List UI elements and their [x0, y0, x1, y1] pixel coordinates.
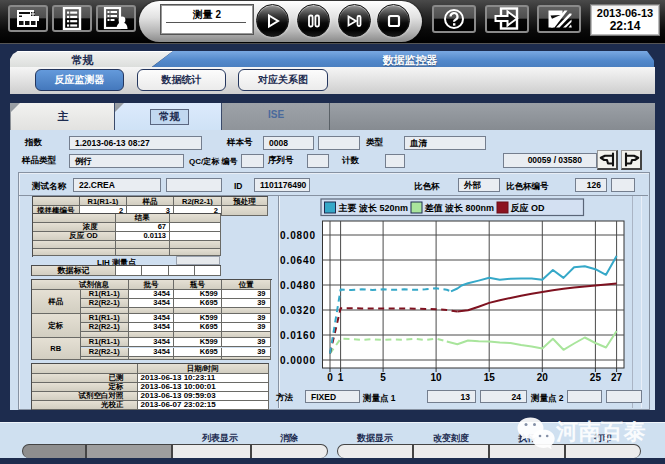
svg-text:0.0480: 0.0480 [280, 280, 316, 291]
svg-text:0.0800: 0.0800 [280, 230, 316, 241]
svg-text:0.0320: 0.0320 [280, 305, 316, 316]
svg-text:15: 15 [484, 372, 496, 383]
svg-text:0: 0 [327, 372, 333, 383]
svg-text:0.0640: 0.0640 [280, 255, 316, 266]
svg-text:25: 25 [590, 372, 602, 383]
svg-text:27: 27 [611, 372, 623, 383]
svg-text:1: 1 [338, 372, 344, 383]
svg-text:0.0000: 0.0000 [280, 355, 316, 366]
svg-text:20: 20 [537, 372, 549, 383]
svg-text:差值 波长 800nm: 差值 波长 800nm [424, 203, 495, 213]
svg-text:10: 10 [431, 372, 443, 383]
svg-text:0.0160: 0.0160 [280, 330, 316, 341]
svg-text:主要 波长 520nm: 主要 波长 520nm [338, 203, 409, 213]
svg-text:反应 OD: 反应 OD [510, 203, 546, 213]
svg-text:5: 5 [380, 372, 386, 383]
